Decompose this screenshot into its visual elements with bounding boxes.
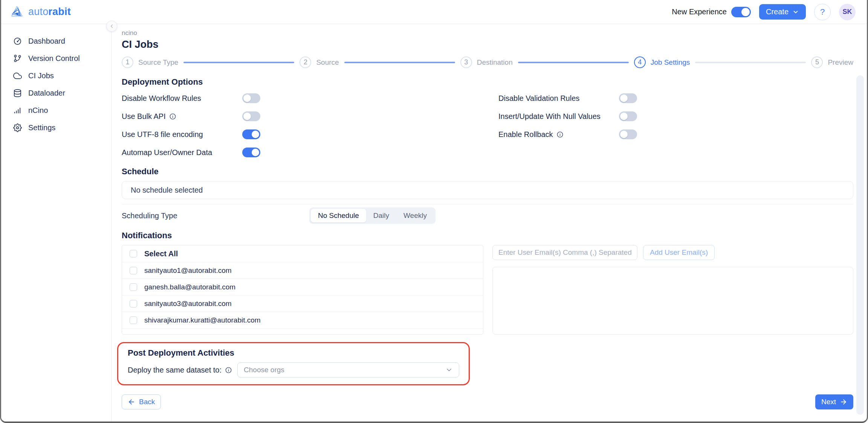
git-branch-icon [13,54,22,63]
user-avatar[interactable]: SK [839,4,856,20]
step-source-type[interactable]: 1 Source Type [122,56,178,68]
enable-rollback-toggle[interactable] [619,129,637,139]
email-checkbox[interactable] [130,300,137,307]
use-utf8-toggle[interactable] [242,129,260,139]
vertical-scrollbar[interactable] [856,75,864,415]
chevron-left-icon [109,23,115,29]
dashboard-gauge-icon [13,37,22,46]
scheduling-option-no-schedule[interactable]: No Schedule [311,209,366,222]
sidebar: Dashboard Version Control CI Jobs Datalo… [1,24,112,421]
select-all-row[interactable]: Select All [122,245,483,262]
divider [122,204,853,204]
deploy-dataset-label: Deploy the same dataset to: [128,366,222,374]
email-checkbox[interactable] [130,283,137,291]
use-bulk-api-toggle[interactable] [242,111,260,121]
option-label: Insert/Update With Null Values [498,112,601,121]
select-all-checkbox[interactable] [130,250,137,257]
sidebar-item-dataloader[interactable]: Dataloader [1,84,111,102]
step-connector [518,62,629,63]
option-label: Automap User/Owner Data [122,148,212,157]
notification-emails-panel: Select All sanityauto1@autorabit.com gan… [122,245,483,335]
post-deployment-annotation-box: Post Deployment Activities Deploy the sa… [117,342,470,385]
schedule-heading: Schedule [122,167,853,177]
email-row[interactable]: ganesh.balla@autorabit.com [122,279,483,295]
page-title: CI Jobs [122,39,853,50]
breadcrumb: ncino [122,29,853,37]
sidebar-item-ci-jobs[interactable]: CI Jobs [1,67,111,84]
sidebar-item-version-control[interactable]: Version Control [1,50,111,67]
email-row[interactable]: sanityauto1@autorabit.com [122,262,483,279]
select-all-label: Select All [144,250,178,258]
cloud-icon [13,72,22,80]
sidebar-item-label: Dashboard [28,37,65,46]
email-label: sanityauto1@autorabit.com [144,266,232,275]
insert-update-null-toggle[interactable] [619,111,637,121]
back-button[interactable]: Back [122,394,161,409]
step-label: Preview [828,58,853,67]
add-user-emails-button[interactable]: Add User Email(s) [643,245,715,260]
email-row[interactable]: sanityauto3@autorabit.com [122,295,483,312]
autorabit-logo[interactable]: autorabit [9,5,71,20]
scheduling-type-label: Scheduling Type [122,212,309,220]
choose-orgs-value: Choose orgs [244,366,445,374]
info-icon[interactable] [169,113,176,120]
create-button[interactable]: Create [759,4,806,20]
disable-workflow-rules-toggle[interactable] [242,93,260,103]
option-disable-validation-rules: Disable Validation Rules [498,89,853,107]
new-experience-toggle[interactable] [731,7,751,17]
option-disable-workflow-rules: Disable Workflow Rules [122,89,498,107]
autorabit-logo-icon [9,5,24,20]
sidebar-item-ncino[interactable]: nCino [1,102,111,119]
next-button[interactable]: Next [815,394,853,409]
notifications-heading: Notifications [122,231,853,240]
wizard-stepper: 1 Source Type 2 Source 3 Destination 4 J… [122,56,853,68]
bar-chart-icon [13,106,22,115]
email-checkbox[interactable] [130,316,137,324]
email-label: shivarajkumar.kuratti@autorabit.com [144,316,261,324]
info-icon[interactable] [225,367,232,374]
sidebar-collapse-button[interactable] [106,21,117,32]
schedule-summary-box: No schedule selected [122,181,853,199]
step-label: Destination [477,58,513,67]
sidebar-item-label: Version Control [28,54,80,63]
sidebar-item-dashboard[interactable]: Dashboard [1,32,111,50]
sidebar-item-settings[interactable]: Settings [1,119,111,136]
choose-orgs-select[interactable]: Choose orgs [237,362,459,377]
step-connector [183,62,294,63]
email-checkbox[interactable] [130,267,137,274]
step-preview[interactable]: 5 Preview [811,56,853,68]
scheduling-option-weekly[interactable]: Weekly [396,209,434,222]
disable-validation-rules-toggle[interactable] [619,93,637,103]
automap-user-owner-toggle[interactable] [242,148,260,157]
info-icon[interactable] [556,131,564,138]
help-button[interactable]: ? [814,4,831,20]
option-label: Enable Rollback [498,130,553,139]
sidebar-item-label: nCino [28,106,48,115]
step-label: Job Settings [651,58,690,67]
database-icon [13,89,22,97]
chevron-down-icon [792,9,799,15]
step-source[interactable]: 2 Source [300,56,339,68]
sidebar-item-label: CI Jobs [28,72,54,80]
step-destination[interactable]: 3 Destination [460,56,513,68]
user-emails-input[interactable] [492,245,637,260]
brand-name: autorabit [28,6,71,18]
option-use-bulk-api: Use Bulk API [122,107,498,125]
step-number: 5 [811,56,823,68]
main-content: ncino CI Jobs 1 Source Type 2 Source 3 D… [112,24,867,421]
step-number: 1 [122,56,133,68]
arrow-left-icon [128,398,135,406]
step-number: 2 [300,56,311,68]
option-label: Disable Validation Rules [498,94,579,103]
sidebar-item-label: Settings [28,123,55,132]
email-label: sanityauto3@autorabit.com [144,300,232,308]
step-label: Source [316,58,339,67]
app-window: autorabit New Experience Create ? SK [0,0,868,423]
step-job-settings[interactable]: 4 Job Settings [634,56,690,68]
deployment-options-heading: Deployment Options [122,77,853,87]
option-use-utf8: Use UTF-8 file encoding [122,125,498,143]
email-row[interactable]: shivarajkumar.kuratti@autorabit.com [122,312,483,329]
step-label: Source Type [138,58,178,67]
chevron-down-icon [445,366,453,374]
scheduling-option-daily[interactable]: Daily [366,209,396,222]
